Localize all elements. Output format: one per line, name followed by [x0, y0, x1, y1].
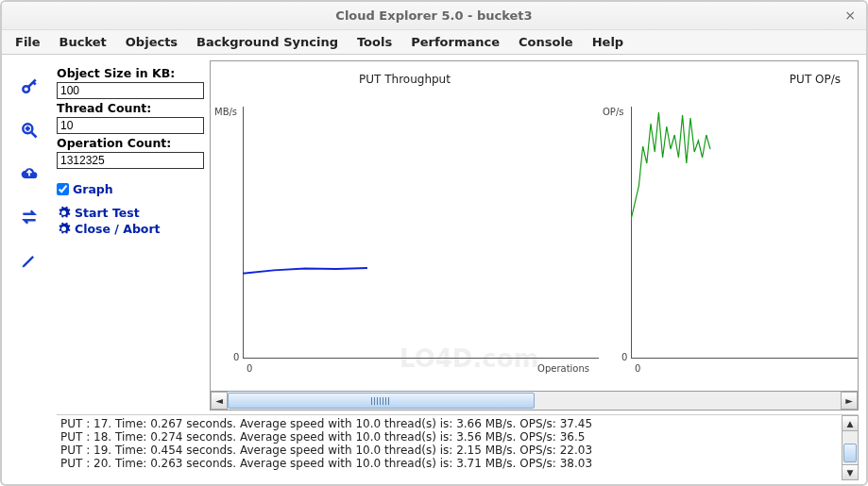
vertical-scrollbar[interactable]: ▲ ▼ — [842, 415, 859, 480]
log-output: PUT : 17. Time: 0.267 seconds. Average s… — [57, 415, 842, 480]
start-test-text: Start Test — [75, 206, 140, 220]
menu-background-syncing[interactable]: Background Syncing — [189, 33, 346, 51]
vscroll-thumb[interactable] — [843, 444, 857, 462]
menu-bucket[interactable]: Bucket — [52, 33, 114, 51]
chart2-line — [631, 107, 858, 220]
svg-point-0 — [23, 86, 29, 92]
vscroll-track[interactable] — [842, 431, 858, 464]
chart1-zero-x: 0 — [247, 363, 252, 374]
chart1-title: PUT Throughput — [211, 73, 599, 86]
menu-console[interactable]: Console — [511, 33, 581, 51]
menu-help[interactable]: Help — [585, 33, 631, 51]
title-bar: Cloud Explorer 5.0 - bucket3 × — [2, 2, 866, 30]
window-title: Cloud Explorer 5.0 - bucket3 — [335, 8, 532, 23]
menu-file[interactable]: File — [8, 33, 48, 51]
config-panel: Object Size in KB: Thread Count: Operati… — [57, 60, 204, 411]
upload-icon[interactable] — [20, 164, 39, 187]
thread-count-input[interactable] — [57, 117, 204, 134]
chart-viewport: PUT Throughput MB/s 0 0 Operations LO4D.… — [210, 60, 859, 411]
chart1-zero-y: 0 — [233, 352, 239, 362]
scrollbar-track[interactable] — [228, 392, 841, 410]
gear-icon — [57, 206, 71, 220]
menu-objects[interactable]: Objects — [118, 33, 185, 51]
menu-performance[interactable]: Performance — [403, 33, 507, 51]
chart1-line — [243, 107, 599, 285]
close-icon[interactable]: × — [842, 8, 859, 25]
thread-count-label: Thread Count: — [57, 101, 204, 115]
watermark-icon: LO4D.com — [400, 344, 539, 373]
graph-label: Graph — [73, 182, 113, 196]
menu-tools[interactable]: Tools — [349, 33, 400, 51]
object-size-label: Object Size in KB: — [57, 66, 204, 80]
log-area: PUT : 17. Time: 0.267 seconds. Average s… — [57, 414, 859, 480]
start-test-button[interactable]: Start Test — [57, 206, 204, 220]
window-frame: Cloud Explorer 5.0 - bucket3 × File Buck… — [0, 0, 868, 486]
chart2-title: PUT OP/s — [599, 73, 841, 86]
sidebar — [2, 55, 57, 484]
scroll-right-icon[interactable]: ► — [841, 392, 858, 410]
scroll-up-icon[interactable]: ▲ — [842, 416, 858, 431]
operation-count-label: Operation Count: — [57, 136, 204, 150]
edit-icon[interactable] — [20, 251, 39, 274]
sync-icon[interactable] — [20, 208, 39, 230]
scroll-down-icon[interactable]: ▼ — [842, 464, 858, 479]
graph-checkbox[interactable] — [57, 183, 69, 195]
zoom-icon[interactable] — [20, 121, 39, 143]
gear-icon — [57, 222, 71, 236]
chart1-ylabel: MB/s — [214, 107, 237, 117]
chart2-zero-y: 0 — [621, 352, 627, 362]
scrollbar-thumb[interactable] — [228, 393, 535, 409]
close-abort-button[interactable]: Close / Abort — [57, 222, 204, 236]
chart-ops: PUT OP/s OP/s 0 0 — [599, 61, 858, 391]
scroll-left-icon[interactable]: ◄ — [211, 392, 228, 410]
close-abort-text: Close / Abort — [75, 222, 161, 236]
horizontal-scrollbar[interactable]: ◄ ► — [210, 392, 859, 411]
menu-bar: File Bucket Objects Background Syncing T… — [2, 30, 866, 55]
chart2-zero-x: 0 — [635, 363, 640, 374]
chart2-ylabel: OP/s — [603, 107, 623, 117]
chart-area: PUT Throughput MB/s 0 0 Operations LO4D.… — [210, 60, 859, 392]
key-icon[interactable] — [20, 77, 39, 100]
chart1-xlabel: Operations — [537, 363, 589, 374]
object-size-input[interactable] — [57, 82, 204, 99]
operation-count-input[interactable] — [57, 152, 204, 169]
chart-throughput: PUT Throughput MB/s 0 0 Operations LO4D.… — [211, 61, 599, 391]
